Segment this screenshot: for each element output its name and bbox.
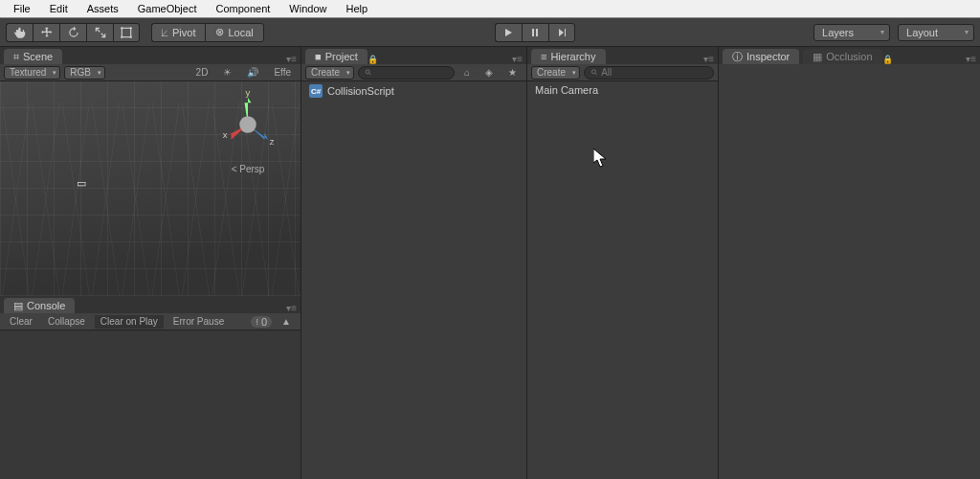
camera-gizmo-icon[interactable]: ▭ — [77, 177, 86, 190]
project-search[interactable] — [358, 66, 455, 80]
project-save-search-icon[interactable]: ★ — [502, 66, 523, 80]
project-search-input[interactable] — [375, 67, 448, 78]
scene-tab[interactable]: ⌗Scene — [4, 49, 62, 64]
hierarchy-body: Main Camera — [527, 81, 718, 479]
svg-point-12 — [366, 70, 369, 74]
hierarchy-create-dropdown[interactable]: Create — [531, 66, 580, 80]
svg-rect-0 — [122, 28, 130, 36]
console-body — [0, 331, 301, 479]
hierarchy-search-input[interactable] — [601, 67, 707, 78]
console-tab[interactable]: ▤Console — [4, 298, 75, 313]
scene-projection-label[interactable]: Persp — [214, 164, 281, 174]
hierarchy-tab[interactable]: ≡Hierarchy — [531, 49, 606, 64]
rect-tool-button[interactable] — [113, 23, 140, 42]
scene-effects-toggle[interactable]: Effe — [268, 66, 297, 80]
svg-point-1 — [121, 27, 122, 29]
project-filter-label-icon[interactable]: ◈ — [479, 66, 499, 80]
occlusion-tab[interactable]: ▦Occlusion — [803, 49, 881, 64]
hierarchy-item[interactable]: Main Camera — [527, 81, 718, 99]
hierarchy-context-menu-icon[interactable]: ▾≡ — [703, 54, 714, 64]
play-controls — [495, 23, 575, 42]
console-error-pause-button[interactable]: Error Pause — [167, 315, 230, 329]
console-error-count[interactable]: ! 0 — [251, 316, 272, 328]
svg-text:x: x — [223, 129, 228, 140]
menu-window[interactable]: Window — [279, 1, 336, 16]
move-tool-button[interactable] — [33, 23, 59, 42]
play-button[interactable] — [495, 23, 522, 42]
hand-tool-button[interactable] — [6, 23, 33, 42]
console-warning-filter-icon[interactable]: ▲ — [276, 315, 297, 329]
project-create-dropdown[interactable]: Create — [305, 66, 354, 80]
scene-context-menu-icon[interactable]: ▾≡ — [286, 54, 297, 64]
svg-point-4 — [130, 35, 132, 37]
scene-light-toggle[interactable]: ☀ — [217, 66, 237, 80]
menu-help[interactable]: Help — [336, 1, 377, 16]
inspector-body — [719, 64, 980, 479]
menu-gameobject[interactable]: GameObject — [128, 1, 207, 16]
scale-tool-button[interactable] — [86, 23, 113, 42]
search-icon — [365, 68, 372, 77]
step-button[interactable] — [548, 23, 575, 42]
menu-edit[interactable]: Edit — [40, 1, 78, 16]
pause-button[interactable] — [522, 23, 548, 42]
menu-file[interactable]: File — [4, 1, 40, 16]
console-collapse-button[interactable]: Collapse — [42, 315, 91, 329]
scene-icon: ⌗ — [13, 51, 19, 63]
svg-point-3 — [121, 35, 122, 37]
project-lock-icon[interactable]: 🔒 — [368, 55, 378, 64]
console-clear-button[interactable]: Clear — [4, 315, 38, 329]
svg-point-13 — [591, 70, 595, 74]
pivot-toggle-button[interactable]: ⟀ Pivot — [151, 23, 205, 42]
rotate-tool-button[interactable] — [59, 23, 86, 42]
occlusion-icon: ▦ — [813, 51, 822, 63]
search-icon — [590, 68, 598, 77]
main-toolbar: ⟀ Pivot ⊗ Local Layers Layout — [0, 18, 980, 47]
project-body: C# CollisionScript — [301, 81, 526, 479]
svg-point-2 — [130, 27, 132, 29]
project-item[interactable]: C# CollisionScript — [301, 81, 526, 101]
layout-dropdown[interactable]: Layout — [898, 24, 974, 41]
menu-assets[interactable]: Assets — [78, 1, 128, 16]
local-toggle-button[interactable]: ⊗ Local — [205, 23, 263, 42]
hierarchy-search[interactable] — [584, 66, 714, 80]
info-icon: ⓘ — [732, 50, 743, 64]
scene-2d-toggle[interactable]: 2D — [190, 66, 214, 80]
orientation-gizmo[interactable]: y x z — [214, 91, 281, 158]
scene-viewport[interactable]: ▭ y x z Persp — [0, 81, 301, 296]
menu-bar: File Edit Assets GameObject Component Wi… — [0, 0, 980, 18]
inspector-lock-icon[interactable]: 🔒 — [882, 55, 893, 64]
inspector-tab[interactable]: ⓘInspector — [723, 49, 799, 64]
menu-component[interactable]: Component — [206, 1, 279, 16]
layers-dropdown[interactable]: Layers — [813, 24, 890, 41]
transform-tool-group — [6, 23, 140, 42]
project-tab[interactable]: ■Project — [305, 49, 368, 64]
svg-text:y: y — [246, 91, 251, 98]
console-context-menu-icon[interactable]: ▾≡ — [286, 303, 297, 313]
inspector-context-menu-icon[interactable]: ▾≡ — [966, 54, 976, 64]
scene-shaded-dropdown[interactable]: Textured — [4, 66, 60, 80]
folder-icon: ■ — [315, 51, 322, 62]
svg-point-8 — [239, 116, 256, 133]
project-context-menu-icon[interactable]: ▾≡ — [512, 54, 523, 64]
svg-text:z: z — [270, 136, 275, 147]
hierarchy-icon: ≡ — [541, 51, 546, 62]
scene-rgb-dropdown[interactable]: RGB — [64, 66, 105, 80]
scene-audio-toggle[interactable]: 🔊 — [241, 66, 264, 80]
project-filter-type-icon[interactable]: ⌂ — [458, 66, 476, 80]
csharp-script-icon: C# — [309, 84, 323, 98]
console-icon: ▤ — [13, 300, 23, 312]
console-clear-on-play-button[interactable]: Clear on Play — [95, 315, 164, 329]
